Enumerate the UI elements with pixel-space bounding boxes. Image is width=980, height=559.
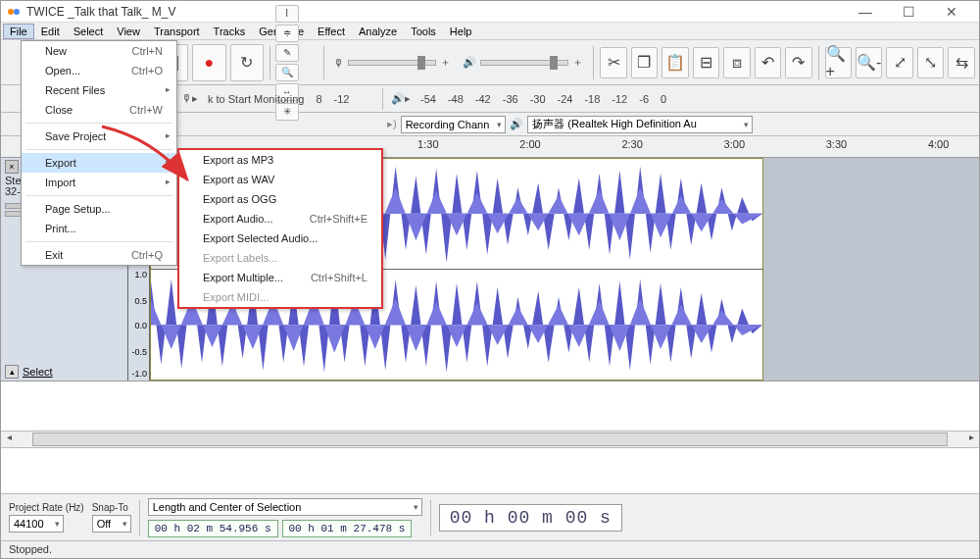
window-title: TWICE _Talk that Talk_ M_V	[26, 5, 844, 19]
selection-tool-icon[interactable]: I	[275, 5, 299, 23]
zoom-out-icon[interactable]: 🔍-	[856, 47, 882, 78]
trim-icon[interactable]: ⊟	[693, 47, 719, 78]
maximize-button[interactable]: ☐	[887, 1, 930, 23]
menu-item-exit[interactable]: ExitCtrl+Q	[22, 245, 176, 265]
playback-device-combo[interactable]: 扬声器 (Realtek High Definition Au	[527, 116, 753, 133]
file-menu-dropdown: NewCtrl+NOpen...Ctrl+ORecent Files▸Close…	[21, 40, 177, 266]
menu-item-open-[interactable]: Open...Ctrl+O	[22, 61, 176, 80]
export-item-export-as-ogg[interactable]: Export as OGG	[179, 189, 381, 209]
record-volume[interactable]: 🎙 ＋	[333, 55, 451, 70]
export-item-export-selected-audio-[interactable]: Export Selected Audio...	[179, 229, 381, 248]
project-rate-label: Project Rate (Hz)	[9, 502, 84, 513]
recording-meter[interactable]: k to Start Monitoring 8 -12	[202, 89, 378, 109]
speaker-device-icon: 🔊	[510, 118, 523, 130]
export-item-export-multiple-[interactable]: Export Multiple...Ctrl+Shift+L	[179, 268, 381, 287]
audio-position-time[interactable]: 00 h 00 m 00 s	[439, 504, 622, 532]
title-bar: TWICE _Talk that Talk_ M_V — ☐ ✕	[1, 1, 979, 23]
menu-bar: File Edit Select View Transport Tracks G…	[1, 23, 979, 40]
project-rate-combo[interactable]: 44100	[9, 515, 64, 533]
menu-analyze[interactable]: Analyze	[352, 24, 404, 39]
redo-icon[interactable]: ↷	[785, 47, 811, 78]
menu-view[interactable]: View	[110, 24, 147, 39]
selection-length-time[interactable]: 00 h 01 m 27.478 s	[282, 520, 413, 537]
draw-tool-icon[interactable]: ✎	[275, 44, 299, 62]
zoom-tool-icon[interactable]: 🔍	[275, 64, 299, 81]
recording-channels-combo[interactable]: Recording Chann	[401, 116, 507, 133]
record-button[interactable]: ●	[192, 44, 225, 81]
zoom-in-icon[interactable]: 🔍+	[825, 47, 852, 78]
svg-point-1	[14, 9, 20, 15]
fit-selection-icon[interactable]: ⤢	[886, 47, 912, 78]
export-item-export-as-mp-[interactable]: Export as MP3	[179, 150, 381, 170]
loop-button[interactable]: ↻	[230, 44, 264, 81]
playback-volume[interactable]: 🔊 ＋	[463, 55, 583, 70]
mic-meter-icon: 🎙▸	[181, 92, 198, 105]
cut-icon[interactable]: ✂	[600, 47, 626, 78]
snap-to-combo[interactable]: Off	[92, 515, 131, 533]
menu-item-recent-files[interactable]: Recent Files▸	[22, 80, 176, 100]
minimize-button[interactable]: —	[844, 1, 887, 23]
horizontal-scrollbar[interactable]: ◂▸	[1, 431, 979, 448]
menu-tracks[interactable]: Tracks	[207, 24, 253, 39]
selection-mode-combo[interactable]: Length and Center of Selection	[148, 498, 422, 516]
snap-to-label: Snap-To	[92, 502, 131, 513]
export-item-export-audio-[interactable]: Export Audio...Ctrl+Shift+E	[179, 209, 381, 229]
mic-icon: 🎙	[333, 57, 344, 69]
export-item-export-midi-: Export MIDI...	[179, 287, 381, 307]
menu-item-new[interactable]: NewCtrl+N	[22, 41, 176, 61]
selection-start-time[interactable]: 00 h 02 m 54.956 s	[148, 520, 278, 537]
menu-item-save-project[interactable]: Save Project▸	[22, 127, 176, 146]
menu-item-import[interactable]: Import▸	[22, 173, 176, 192]
menu-file[interactable]: File	[3, 24, 34, 39]
menu-item-page-setup-[interactable]: Page Setup...	[22, 199, 176, 219]
status-bar: Stopped.	[1, 540, 979, 558]
menu-item-print-[interactable]: Print...	[22, 219, 176, 238]
menu-tools[interactable]: Tools	[404, 24, 443, 39]
menu-item-export[interactable]: Export▸	[22, 153, 176, 173]
menu-item-close[interactable]: CloseCtrl+W	[22, 100, 176, 120]
collapse-track-button[interactable]: ▴	[5, 365, 19, 379]
silence-icon[interactable]: ⧈	[723, 47, 750, 78]
close-button[interactable]: ✕	[930, 1, 973, 23]
speaker-icon: 🔊	[463, 56, 476, 69]
undo-icon[interactable]: ↶	[755, 47, 781, 78]
menu-help[interactable]: Help	[443, 24, 479, 39]
menu-edit[interactable]: Edit	[34, 24, 67, 39]
export-submenu: Export as MP3Export as WAVExport as OGGE…	[177, 148, 383, 309]
speaker-meter-icon: 🔊▸	[391, 92, 411, 105]
app-icon	[7, 5, 21, 19]
svg-point-0	[8, 9, 14, 15]
copy-icon[interactable]: ❐	[631, 47, 658, 78]
status-text: Stopped.	[9, 543, 52, 555]
track-close-button[interactable]: ×	[5, 160, 19, 174]
envelope-tool-icon[interactable]: ≑	[275, 25, 299, 42]
fit-project-icon[interactable]: ⤡	[917, 47, 944, 78]
track-select-label[interactable]: Select	[23, 366, 53, 378]
menu-transport[interactable]: Transport	[147, 24, 207, 39]
zoom-toggle-icon[interactable]: ⇆	[948, 47, 974, 78]
export-item-export-labels-: Export Labels...	[179, 248, 381, 268]
selection-toolbar: Project Rate (Hz) 44100 Snap-To Off Leng…	[1, 493, 979, 540]
menu-select[interactable]: Select	[67, 24, 111, 39]
playback-meter[interactable]: -54-48 -42-36 -30-24 -18-12 -60	[415, 89, 975, 109]
paste-icon[interactable]: 📋	[662, 47, 688, 78]
export-item-export-as-wav[interactable]: Export as WAV	[179, 170, 381, 189]
